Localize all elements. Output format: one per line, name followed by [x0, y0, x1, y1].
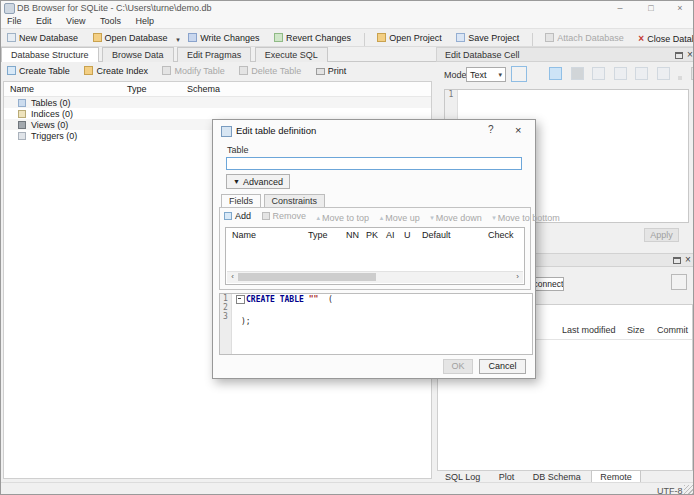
close-icon[interactable]	[669, 2, 691, 14]
main-toolbar: New Database Open Database Write Changes…	[1, 28, 694, 47]
tree-item-tables[interactable]: Tables (0)	[4, 97, 431, 108]
dock-close-icon[interactable]	[687, 50, 693, 60]
col-u[interactable]: U	[404, 230, 411, 240]
title-bar: DB Browser for SQLite - C:\Users\turne\d…	[1, 1, 694, 15]
save-project-icon	[456, 33, 465, 42]
ok-button: OK	[443, 359, 473, 374]
tab-execute-sql[interactable]: Execute SQL	[255, 47, 328, 62]
dialog-help-icon[interactable]: ?	[488, 124, 494, 135]
open-database-button[interactable]: Open Database	[87, 29, 174, 46]
tree-column-schema[interactable]: Schema	[187, 84, 220, 94]
revert-changes-button[interactable]: Revert Changes	[268, 29, 357, 46]
open-project-button[interactable]: Open Project	[371, 29, 448, 46]
dialog-close-icon[interactable]: ×	[515, 124, 521, 136]
col-nn[interactable]: NN	[346, 230, 359, 240]
code-fold-icon[interactable]	[236, 295, 245, 304]
col-name[interactable]: Name	[232, 230, 256, 240]
minimize-icon[interactable]	[609, 2, 631, 14]
col-pk[interactable]: PK	[366, 230, 378, 240]
export-file-icon[interactable]	[635, 67, 648, 80]
dock-float-icon[interactable]	[675, 52, 683, 59]
add-field-button[interactable]: Add	[224, 211, 251, 221]
remote-column-commit[interactable]: Commit	[657, 325, 691, 335]
col-check[interactable]: Check	[488, 230, 514, 240]
mode-caret-icon	[495, 71, 505, 79]
table-name-label: Table	[227, 145, 249, 155]
maximize-icon[interactable]	[640, 2, 662, 14]
tab-browse-data[interactable]: Browse Data	[102, 47, 174, 62]
apply-cell-icon-button[interactable]	[511, 66, 527, 82]
modify-table-icon	[162, 66, 171, 75]
new-database-icon	[7, 33, 16, 42]
identity-caret-icon	[563, 280, 564, 288]
write-changes-button[interactable]: Write Changes	[182, 29, 265, 46]
move-down-icon: ▾	[430, 214, 434, 222]
app-icon	[4, 3, 15, 14]
tab-fields[interactable]: Fields	[221, 194, 261, 208]
open-in-editor-icon[interactable]	[592, 67, 605, 80]
create-index-button[interactable]: Create Index	[78, 62, 154, 79]
mode-select[interactable]: Text	[466, 67, 506, 82]
col-default[interactable]: Default	[422, 230, 451, 240]
print-cell-icon[interactable]	[691, 67, 694, 80]
fields-panel: Add Remove ▴Move to top ▴Move up ▾Move d…	[219, 207, 531, 290]
tab-database-structure[interactable]: Database Structure	[1, 47, 99, 63]
binary-mode-icon[interactable]	[571, 67, 584, 80]
remote-column-size[interactable]: Size	[627, 325, 645, 335]
toolbar-separator	[364, 33, 365, 46]
menu-tools[interactable]: Tools	[94, 15, 127, 27]
save-project-button[interactable]: Save Project	[450, 29, 525, 46]
text-mode-icon[interactable]	[549, 67, 562, 80]
tree-column-type[interactable]: Type	[127, 84, 147, 94]
window-title: DB Browser for SQLite - C:\Users\turne\d…	[17, 3, 212, 13]
dialog-icon	[221, 126, 232, 137]
fields-grid-hscrollbar[interactable]: ‹ ›	[227, 271, 523, 283]
cancel-button[interactable]: Cancel	[479, 359, 526, 374]
fullscreen-icon[interactable]	[657, 67, 670, 80]
move-up-icon: ▴	[380, 214, 384, 222]
close-database-icon: ×	[638, 34, 644, 43]
new-database-button[interactable]: New Database	[1, 29, 84, 46]
move-down-button: ▾Move down	[430, 213, 482, 223]
encoding-indicator[interactable]: UTF-8	[657, 486, 683, 495]
move-up-button: ▴Move up	[380, 213, 420, 223]
menu-view[interactable]: View	[60, 15, 91, 27]
print-button[interactable]: Print	[310, 62, 353, 79]
menu-edit[interactable]: Edit	[30, 15, 58, 27]
print-icon	[316, 68, 325, 75]
menu-help[interactable]: Help	[129, 15, 160, 27]
set-null-icon[interactable]	[678, 76, 682, 80]
remove-icon	[262, 212, 270, 220]
views-icon	[18, 121, 26, 129]
col-type[interactable]: Type	[308, 230, 328, 240]
move-to-top-button: ▴Move to top	[317, 213, 370, 223]
menu-file[interactable]: File	[1, 15, 28, 27]
col-ai[interactable]: AI	[386, 230, 395, 240]
remote-column-last-modified[interactable]: Last modified	[562, 325, 616, 335]
import-file-icon[interactable]	[614, 67, 627, 80]
dialog-title: Edit table definition	[236, 125, 316, 136]
table-name-input[interactable]	[226, 157, 522, 170]
close-database-button[interactable]: ×Close Database	[632, 30, 694, 47]
edit-cell-dock-title: Edit Database Cell	[445, 50, 520, 60]
scrollbar-thumb[interactable]	[238, 273, 376, 281]
attach-database-icon	[545, 33, 554, 42]
toolbar-separator	[532, 33, 533, 46]
tab-edit-pragmas[interactable]: Edit Pragmas	[177, 47, 251, 62]
scroll-left-icon[interactable]: ‹	[227, 272, 238, 282]
advanced-button[interactable]: ▼ Advanced	[226, 174, 290, 189]
dock-float-icon[interactable]	[673, 257, 681, 264]
fields-grid: Name Type NN PK AI U Default Check ‹ ›	[225, 227, 525, 285]
tree-column-name[interactable]: Name	[10, 84, 34, 94]
create-table-button[interactable]: Create Table	[1, 62, 76, 79]
tab-constraints[interactable]: Constraints	[264, 194, 326, 207]
open-database-dropdown-icon[interactable]	[176, 34, 180, 44]
scroll-right-icon[interactable]: ›	[512, 272, 523, 282]
remote-connect-button	[671, 274, 687, 290]
dock-close-icon[interactable]	[685, 255, 691, 265]
delete-table-icon	[239, 66, 248, 75]
menu-bar: File Edit View Tools Help	[1, 15, 694, 28]
tree-item-indices[interactable]: Indices (0)	[4, 108, 431, 119]
add-icon	[224, 212, 232, 220]
resize-grip[interactable]	[684, 485, 694, 495]
